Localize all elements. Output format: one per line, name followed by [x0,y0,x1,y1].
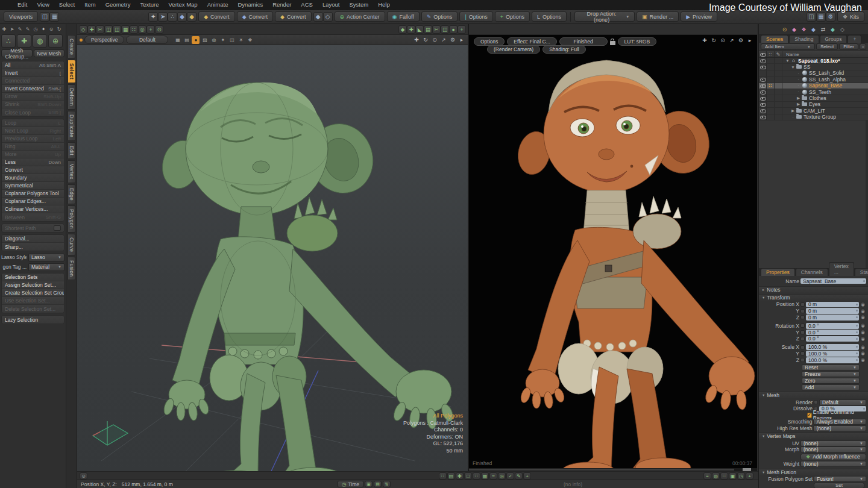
field-y[interactable]: 0 m [806,308,859,314]
sidebar-item-invert[interactable]: Invert[ [2,69,64,77]
element-move-tool-icon[interactable]: ✚ [17,34,31,48]
envelope-button[interactable]: ◉ [860,323,866,328]
pan-icon[interactable]: ✚ [413,36,420,43]
uv-view-icon[interactable]: ◇ [323,12,333,22]
zero-dropdown-button[interactable]: Zero [802,378,860,384]
menu-geometry[interactable]: Geometry [101,0,135,9]
field-z[interactable]: 100.0 % [806,357,859,363]
convert-button-2[interactable]: ◆Convert [237,11,273,22]
cube-arrows-icon[interactable]: ⇄ [819,25,827,33]
shading-mode-button[interactable]: Shading: Full [542,45,586,54]
envelope-button[interactable]: ◉ [860,351,866,356]
fit-icon[interactable]: ↗ [440,36,447,43]
sidebar-item-symmetrical[interactable]: Symmetrical [2,182,64,190]
dots-icon[interactable]: ∷ [130,25,138,34]
zoom-icon[interactable]: ⊙ [431,36,438,43]
menu-dynamics[interactable]: Dynamics [233,0,267,9]
shield-blue-icon[interactable]: ◆ [177,12,187,22]
doc-icon[interactable]: ▤ [424,25,432,34]
field-z[interactable]: 0.0 ° [806,336,859,342]
sidebar-item-loop[interactable]: LoopL [2,119,64,127]
sidebar-item-colinear-vertices-[interactable]: Colinear Vertices... [2,205,64,213]
envelope-button[interactable]: ◉ [860,330,866,335]
tab-scenes[interactable]: Scenes [761,35,788,43]
tool-tab-duplicate[interactable]: Duplicate [68,111,76,141]
menu-help[interactable]: Help [374,0,394,9]
smoothing-dropdown[interactable]: Always Enabled [813,419,866,425]
tree-row-clothes[interactable]: ▶Clothes [759,95,868,101]
render-dropdown[interactable]: Default [819,399,866,405]
select-through-icon[interactable]: ➤ [158,12,168,22]
mesh-icon[interactable]: ▦ [481,472,489,480]
sidebar-item-coplanar-polygons-tool[interactable]: Coplanar Polygons Tool [2,190,64,198]
range-button[interactable]: ▤ [374,481,382,487]
dome-tool-icon[interactable]: ◍ [33,34,47,48]
move-icon[interactable]: ✚ [87,25,96,34]
sidebar-item-all[interactable]: AllAlt-Shift-A [2,61,64,69]
uv-dropdown[interactable]: (none) [800,440,866,446]
grid-mode-icon[interactable]: ▤ [183,36,190,44]
enable-command-regions-checkbox[interactable]: ✓ [807,413,812,418]
split-view-icon[interactable]: ◫ [40,12,49,22]
matcap-mode-icon[interactable]: ◍ [210,36,218,44]
tool-tab-deform[interactable]: Deform [68,84,76,110]
more-icon[interactable]: ▸ [458,36,465,43]
field-position-x[interactable]: 0 m [806,302,859,308]
more-icon[interactable]: ▸ [746,37,753,44]
duplicate-icon[interactable]: ◫ [104,25,113,34]
render-options-button[interactable]: Options [474,37,505,46]
bag-mode-icon[interactable]: ❖ [246,36,254,44]
eye-icon[interactable] [760,58,766,63]
radial-icon[interactable]: ◎ [498,472,506,480]
tool-tab-edge[interactable]: Edge [68,184,76,204]
sidebar-item-shortest-path[interactable]: Shortest Path [2,224,64,232]
actor-mode-icon[interactable]: ✦ [219,36,227,44]
viewports-button[interactable]: Viewports [4,11,38,22]
mesh-drop-icon[interactable]: ◆ [313,12,323,22]
sidebar-item-create-selection-set-group-[interactable]: Create Selection Set Group... [2,289,64,297]
orbit-icon[interactable]: ↻ [710,37,717,44]
sidebar-item-use-selection-set-[interactable]: Use Selection Set... [2,297,64,305]
pen-icon[interactable]: ✎ [515,472,523,480]
gear-icon[interactable]: ⚙ [737,37,744,44]
high-res-mesh-dropdown[interactable]: (none) [813,425,866,431]
eye-icon[interactable] [760,114,766,119]
section-transform[interactable]: ▾Transform [759,294,868,301]
view-preset-dropdown[interactable]: Default [126,36,168,44]
freeze-dropdown-button[interactable]: Freeze [802,371,860,377]
view-mode-dropdown[interactable]: Perspective [84,36,124,44]
field-scale-x[interactable]: 100.0 % [806,344,859,350]
lasso-style-dropdown[interactable]: Lasso [28,254,64,261]
tree-row-sapseat_base[interactable]: ∷·Sapseat_Base [759,83,868,89]
add-dropdown-button[interactable]: Add [802,384,860,390]
fusion-polygon-set-dropdown[interactable]: Fusion! [814,476,866,482]
tool-tab-edit[interactable]: Edit [68,142,76,159]
eye-icon[interactable] [760,102,766,107]
add-icon[interactable]: + [146,25,155,34]
tab--[interactable]: + [848,35,861,43]
actor-icon[interactable]: ✦ [40,25,47,33]
drop-action-dropdown[interactable]: Drop Action: (none)▼ [574,11,635,22]
menu-texture[interactable]: Texture [136,0,163,9]
dots-icon[interactable]: ∷ [473,472,480,480]
pan-icon[interactable]: ✚ [701,37,708,44]
gear-icon[interactable]: ⚙ [449,36,456,43]
list-options-icon[interactable]: ≡ [860,43,866,50]
field-rotation-x[interactable]: 0.0 ° [806,323,859,329]
tree-row-cam_lit[interactable]: ▶CAM_LIT [759,108,868,114]
weight-dropdown[interactable]: (none) [800,461,866,467]
field-z[interactable]: 0 m [806,314,859,321]
mirror-icon[interactable]: ◫ [113,25,121,34]
add-icon[interactable]: + [458,25,466,34]
texture-mode-icon[interactable]: ▨ [201,36,209,44]
tree-row-ss_teeth[interactable]: ·SS_Teeth [759,89,868,95]
copy-icon[interactable]: ◫ [441,25,449,34]
gon-tag--dropdown[interactable]: Material [28,263,64,271]
magnifier-icon[interactable]: ⊙ [155,25,163,34]
layout-icon[interactable]: ▦ [49,12,59,22]
envelope-button[interactable]: ◉ [860,302,866,307]
tool-tab-create[interactable]: Create [68,35,76,58]
convert-button-1[interactable]: ◆Convert [198,11,234,22]
tool-tab-select[interactable]: Select [68,60,76,83]
refresh-icon[interactable]: ↻ [55,25,63,33]
